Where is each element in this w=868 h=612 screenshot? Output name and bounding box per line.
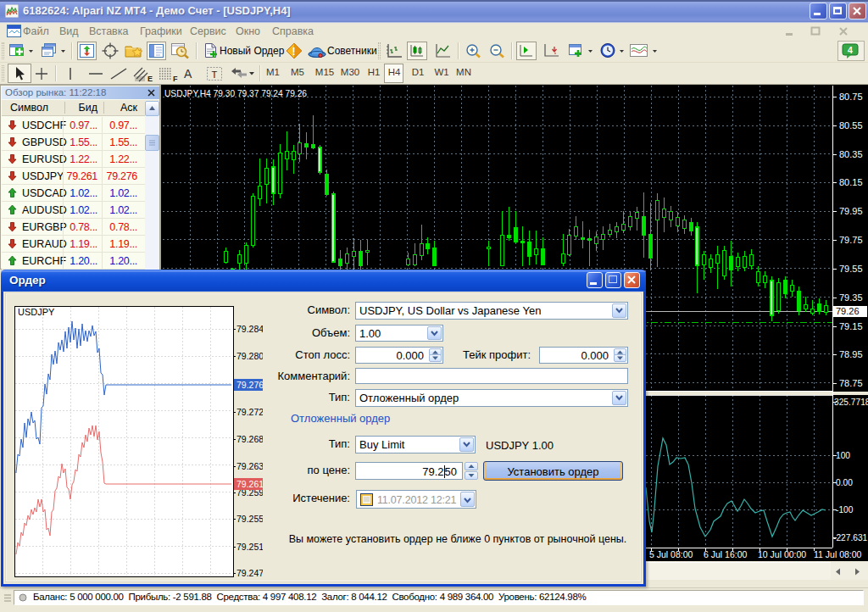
svg-text:79.55: 79.55 [839, 264, 863, 274]
svg-text:80.15: 80.15 [839, 177, 863, 187]
svg-text:USDJPY: USDJPY [18, 307, 55, 317]
svg-text:80.75: 80.75 [839, 92, 863, 102]
svg-text:F: F [173, 75, 178, 82]
svg-text:11 Jul 08:00: 11 Jul 08:00 [814, 549, 862, 559]
svg-text:325.7718: 325.7718 [834, 398, 868, 407]
svg-text:4: 4 [848, 45, 853, 55]
svg-text:E: E [147, 75, 153, 82]
svg-text:USDJPY,H4 79.30 79.37 79.24 7: USDJPY,H4 79.30 79.37 79.24 79.26 [164, 89, 307, 98]
svg-text:79.251: 79.251 [236, 542, 263, 552]
svg-text:5 Jul 08:00: 5 Jul 08:00 [649, 549, 693, 559]
svg-text:6 Jul 16:00: 6 Jul 16:00 [704, 549, 748, 559]
svg-text:0.00: 0.00 [836, 478, 853, 487]
svg-text:-227.631: -227.631 [833, 533, 868, 542]
svg-text:79.26: 79.26 [836, 306, 860, 316]
svg-text:79.261: 79.261 [236, 479, 263, 489]
svg-text:79.272: 79.272 [236, 407, 263, 417]
svg-text:79.247: 79.247 [236, 568, 263, 578]
svg-text:79.35: 79.35 [839, 292, 863, 303]
svg-text:T: T [212, 70, 218, 80]
svg-text:!: ! [292, 46, 296, 58]
svg-text:10 Jul 00:00: 10 Jul 00:00 [758, 549, 806, 559]
svg-text:79.15: 79.15 [839, 321, 863, 331]
svg-text:-100: -100 [836, 505, 854, 515]
svg-text:78.95: 78.95 [839, 349, 863, 359]
svg-text:79.95: 79.95 [839, 206, 863, 216]
svg-text:80.55: 80.55 [839, 120, 863, 131]
svg-text:79.75: 79.75 [839, 235, 863, 245]
svg-text:100: 100 [836, 451, 850, 460]
svg-text:78.75: 78.75 [839, 378, 863, 388]
svg-text:80.35: 80.35 [839, 149, 863, 159]
svg-text:79.255: 79.255 [236, 514, 263, 524]
